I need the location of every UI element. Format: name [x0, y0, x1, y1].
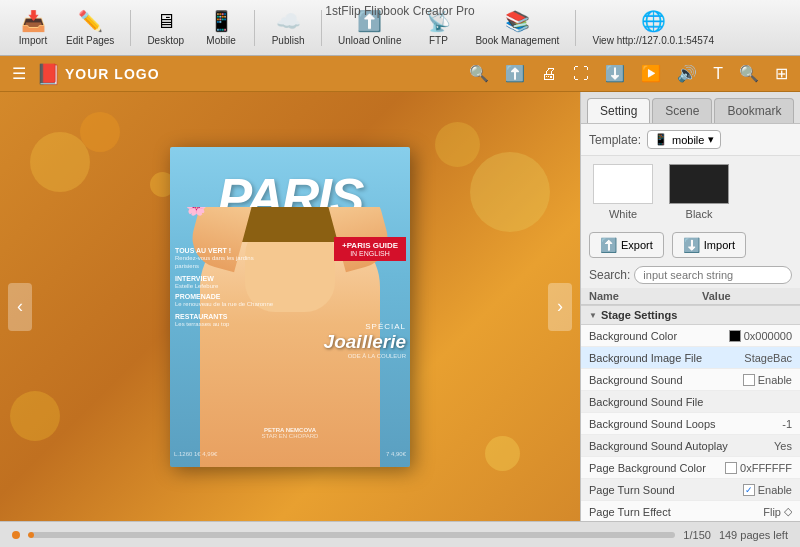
magazine-footer: L.1260 1€ 4,99€ 7 4,90€: [170, 451, 410, 457]
bokeh-7: [435, 122, 480, 167]
template-select[interactable]: 📱 mobile ▾: [647, 130, 721, 149]
menu-icon[interactable]: ☰: [8, 62, 30, 85]
bg-sound-value: Enable: [743, 374, 792, 386]
bg-image-name: Background Image File: [589, 352, 744, 364]
footer-right: 7 4,90€: [386, 451, 406, 457]
nav-right-button[interactable]: ›: [548, 283, 572, 331]
audio-icon[interactable]: 🔊: [673, 62, 701, 85]
text-icon[interactable]: T: [709, 63, 727, 85]
book-management-icon: 📚: [505, 9, 530, 33]
nav-left-button[interactable]: ‹: [8, 283, 32, 331]
row-bg-sound[interactable]: Background Sound Enable: [581, 369, 800, 391]
grid-icon[interactable]: ⊞: [771, 62, 792, 85]
bg-sound-loops-value: -1: [782, 418, 792, 430]
guide-box-title: +PARIS GUIDE: [338, 241, 402, 250]
import-button[interactable]: ⬇️ Import: [672, 232, 746, 258]
bokeh-4: [10, 391, 60, 441]
bg-sound-file-name: Background Sound File: [589, 396, 792, 408]
template-value: mobile: [672, 134, 704, 146]
bg-color-value: 0x000000: [729, 330, 792, 342]
guide-box-subtitle: IN ENGLISH: [338, 250, 402, 257]
search-input[interactable]: [634, 266, 792, 284]
bg-sound-autoplay-name: Background Sound Autoplay: [589, 440, 774, 452]
progress-bar: [28, 532, 675, 538]
publish-button[interactable]: ☁️ Publish: [263, 5, 313, 50]
progress-fill: [28, 532, 34, 538]
search-row: Search:: [581, 262, 800, 288]
status-bar: 1/150 149 pages left: [0, 521, 800, 547]
tab-setting[interactable]: Setting: [587, 98, 650, 123]
white-swatch-item[interactable]: White: [593, 164, 653, 220]
row-page-bg-color[interactable]: Page Background Color 0xFFFFFF: [581, 457, 800, 479]
white-swatch: [593, 164, 653, 204]
bokeh-3: [470, 152, 550, 232]
text4-body: Les terrasses au top: [175, 321, 275, 327]
page-turn-sound-value: ✓ Enable: [743, 484, 792, 496]
row-bg-sound-loops[interactable]: Background Sound Loops -1: [581, 413, 800, 435]
template-icon: 📱: [654, 133, 668, 146]
text4-heading: RESTAURANTS: [175, 313, 275, 320]
mobile-button[interactable]: 📱 Mobile: [196, 5, 246, 50]
fullscreen-icon[interactable]: ⛶: [569, 63, 593, 85]
share-icon[interactable]: ⬆️: [501, 62, 529, 85]
desktop-icon: 🖥: [156, 10, 176, 33]
publish-icon: ☁️: [276, 9, 301, 33]
logo-book-icon: 📕: [36, 62, 61, 86]
secondary-toolbar: ☰ 📕 YOUR LOGO 🔍 ⬆️ 🖨 ⛶ ⬇️ ▶️ 🔊 T 🔍 ⊞: [0, 56, 800, 92]
tab-scene[interactable]: Scene: [652, 98, 712, 123]
export-label: Export: [621, 239, 653, 251]
export-button[interactable]: ⬆️ Export: [589, 232, 664, 258]
bg-sound-autoplay-value: Yes: [774, 440, 792, 452]
row-page-turn-sound[interactable]: Page Turn Sound ✓ Enable: [581, 479, 800, 501]
magazine-guide-box: +PARIS GUIDE IN ENGLISH: [334, 237, 406, 261]
text2-body: Estelle Lefebure: [175, 283, 275, 289]
text3-heading: PROMENADE: [175, 293, 275, 300]
import-icon: ⬇️: [683, 237, 700, 253]
mobile-icon: 📱: [209, 9, 234, 33]
row-bg-sound-autoplay[interactable]: Background Sound Autoplay Yes: [581, 435, 800, 457]
right-panel: Setting Scene Bookmark Template: 📱 mobil…: [580, 92, 800, 521]
print-icon[interactable]: 🖨: [537, 63, 561, 85]
person-name-area: PETRA NEMCOVA STAR EN CHOPARD: [170, 427, 410, 439]
joaillerie-text: Joaillerie: [324, 331, 406, 353]
download-icon[interactable]: ⬇️: [601, 62, 629, 85]
page-bg-color-value: 0xFFFFFF: [725, 462, 792, 474]
logo-text: YOUR LOGO: [65, 66, 160, 82]
row-bg-color[interactable]: Background Color 0x000000: [581, 325, 800, 347]
separator-3: [321, 10, 322, 46]
tab-bookmark[interactable]: Bookmark: [714, 98, 794, 123]
main-toolbar: 1stFlip Flipbook Creator Pro 📥 Import ✏️…: [0, 0, 800, 56]
play-icon[interactable]: ▶️: [637, 62, 665, 85]
row-page-turn-effect[interactable]: Page Turn Effect Flip ◇: [581, 501, 800, 521]
desktop-button[interactable]: 🖥 Desktop: [139, 6, 192, 50]
bokeh-5: [485, 436, 520, 471]
zoom-icon[interactable]: 🔍: [735, 62, 763, 85]
secondary-toolbar-icons: 🔍 ⬆️ 🖨 ⛶ ⬇️ ▶️ 🔊 T 🔍 ⊞: [465, 62, 792, 85]
separator-2: [254, 10, 255, 46]
black-swatch-item[interactable]: Black: [669, 164, 729, 220]
book-management-button[interactable]: 📚 Book Management: [467, 5, 567, 50]
stage-settings-label: Stage Settings: [601, 309, 677, 321]
bokeh-2: [80, 112, 120, 152]
import-icon: 📥: [21, 9, 46, 33]
edit-pages-button[interactable]: ✏️ Edit Pages: [58, 5, 122, 50]
special-text: SPÉCIAL: [324, 322, 406, 331]
row-bg-image[interactable]: Background Image File StageBac: [581, 347, 800, 369]
search-icon[interactable]: 🔍: [465, 62, 493, 85]
view-url-button[interactable]: 🌐 View http://127.0.0.1:54574: [584, 5, 722, 50]
app-title: 1stFlip Flipbook Creator Pro: [325, 4, 474, 18]
bg-sound-loops-name: Background Sound Loops: [589, 418, 782, 430]
footer-left: L.1260 1€ 4,99€: [174, 451, 217, 457]
export-import-row: ⬆️ Export ⬇️ Import: [581, 228, 800, 262]
row-bg-sound-file[interactable]: Background Sound File: [581, 391, 800, 413]
special-label: SPÉCIAL Joaillerie ODE À LA COULEUR: [324, 322, 406, 359]
page-turn-sound-checkbox: ✓: [743, 484, 755, 496]
import-button[interactable]: 📥 Import: [8, 5, 58, 50]
text1-body: Rendez-vous dans les jardins parisiens: [175, 255, 275, 271]
edit-pages-icon: ✏️: [78, 9, 103, 33]
black-label: Black: [686, 208, 713, 220]
white-label: White: [609, 208, 637, 220]
color-swatches: White Black: [581, 156, 800, 228]
flower-left: 🌸: [185, 207, 207, 217]
logo-area: 📕 YOUR LOGO: [36, 62, 160, 86]
